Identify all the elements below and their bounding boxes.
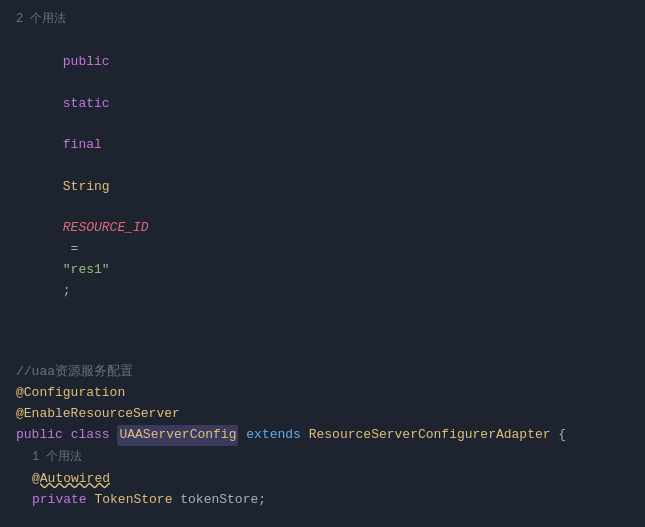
type-string: String xyxy=(63,179,110,194)
annotation-enable-text: @EnableResourceServer xyxy=(16,404,180,425)
classname-uaaserverconfig: UAAServerConfig xyxy=(117,425,238,446)
comment-line: //uaa资源服务配置 xyxy=(0,362,645,383)
annotation-enable-resource-server: @EnableResourceServer xyxy=(0,404,645,425)
blank-line-3 xyxy=(0,510,645,527)
keyword-final: final xyxy=(63,137,102,152)
keyword-class: class xyxy=(71,425,110,446)
classname-adapter: ResourceServerConfigurerAdapter xyxy=(309,425,551,446)
annotation-autowired: @Autowired xyxy=(0,469,645,490)
string-res1: "res1" xyxy=(63,262,110,277)
code-editor: 2 个用法 public static final String RESOURC… xyxy=(0,0,645,527)
blank-line-2 xyxy=(0,342,645,362)
annotation-configuration: @Configuration xyxy=(0,383,645,404)
blank-line-1 xyxy=(0,322,645,342)
usage-hint-2: 1 个用法 xyxy=(0,446,645,469)
comment-text: //uaa资源服务配置 xyxy=(16,362,133,383)
class-declaration: public class UAAServerConfig extends Res… xyxy=(0,425,645,446)
code-line-resource-id: public static final String RESOURCE_ID =… xyxy=(0,31,645,322)
keyword-public: public xyxy=(63,54,110,69)
keyword-private: private xyxy=(32,490,87,511)
field-tokenstore: private TokenStore tokenStore; xyxy=(0,490,645,511)
keyword-static: static xyxy=(63,96,110,111)
usage-hint-1: 2 个用法 xyxy=(0,8,645,31)
annotation-configuration-text: @Configuration xyxy=(16,383,125,404)
keyword-extends: extends xyxy=(246,425,301,446)
type-tokenstore: TokenStore xyxy=(94,490,172,511)
annotation-autowired-text: @Autowired xyxy=(32,469,110,490)
constant-resource-id: RESOURCE_ID xyxy=(63,220,149,235)
keyword-public-class: public xyxy=(16,425,63,446)
